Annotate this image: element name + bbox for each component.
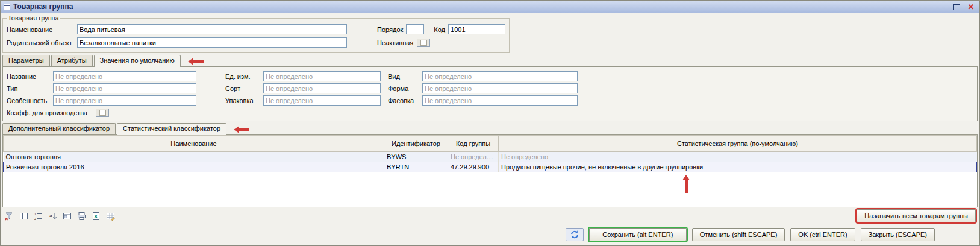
ed-izm-input[interactable] — [263, 71, 381, 81]
code-input[interactable] — [448, 24, 505, 34]
ok-button[interactable]: OK (ctrl ENTER) — [790, 228, 855, 241]
grid-actions-row: 12 a X Назаначить всем товарам группы — [1, 207, 979, 224]
cell-name[interactable]: Оптовая торговля — [4, 152, 384, 162]
name-row: Наименование Порядок Код — [7, 24, 505, 35]
column-setup-icon[interactable] — [19, 211, 29, 221]
vid-input[interactable] — [422, 71, 578, 81]
window-title: Товарная группа — [13, 2, 952, 11]
defaults-row: Название Ед. изм. Вид — [7, 71, 973, 82]
tab-statistical-classifier[interactable]: Статистический классификатор — [117, 123, 226, 135]
cell-identifier[interactable]: BYWS — [384, 152, 448, 162]
cell-stat-group[interactable]: Не определено — [499, 152, 977, 162]
ed-izm-label: Ед. изм. — [225, 73, 260, 80]
forma-input[interactable] — [422, 83, 578, 93]
nazvanie-label: Название — [7, 73, 50, 80]
tab-parameters[interactable]: Параметры — [2, 55, 50, 66]
export-excel-icon[interactable]: X — [91, 211, 101, 221]
name-label: Наименование — [7, 26, 74, 33]
maximize-icon — [953, 4, 960, 10]
refresh-icon — [570, 230, 579, 239]
nazvanie-input[interactable] — [53, 71, 196, 81]
parent-row: Родительский объект Неактивная — [7, 37, 505, 48]
cell-group-code[interactable]: 47.29.29.900 — [448, 162, 499, 172]
vid-label: Вид — [388, 73, 419, 80]
tip-input[interactable] — [53, 83, 196, 93]
assign-all-button[interactable]: Назаначить всем товарам группы — [857, 209, 976, 222]
tab-attributes[interactable]: Атрибуты — [51, 55, 93, 66]
fasovka-input[interactable] — [422, 95, 578, 106]
sort-icon[interactable]: a — [48, 211, 58, 221]
column-header-identifier[interactable]: Идентификатор — [384, 136, 448, 152]
defaults-row: Особенность Упаковка Фасовка — [7, 95, 973, 106]
annotation-arrow-selected-row-icon — [682, 175, 690, 193]
tip-label: Тип — [7, 85, 50, 92]
classifier-table: Наименование Идентификатор Код группы Ст… — [3, 135, 977, 172]
osobennost-input[interactable] — [53, 95, 196, 106]
close-icon: ✕ — [968, 3, 975, 11]
upakovka-label: Упаковка — [225, 97, 260, 104]
save-button[interactable]: Сохранить (alt ENTER) — [589, 228, 687, 241]
window-icon — [3, 3, 11, 11]
annotation-arrow-classifier-tab-icon — [234, 126, 249, 133]
fieldset-legend: Товарная группа — [7, 14, 60, 22]
name-input[interactable] — [77, 24, 347, 34]
close-window-button[interactable]: Закрыть (ESCAPE) — [861, 228, 935, 241]
cell-identifier[interactable]: BYRTN — [384, 162, 448, 172]
print-icon[interactable] — [76, 211, 87, 221]
grid-settings-icon[interactable] — [105, 211, 116, 221]
product-group-window: Товарная группа ✕ Товарная группа Наимен… — [0, 0, 980, 246]
order-label: Порядок — [377, 26, 403, 33]
footer-buttons: Сохранить (alt ENTER) Отменить (shift ES… — [1, 224, 979, 245]
close-button[interactable]: ✕ — [966, 2, 976, 11]
svg-text:a: a — [49, 213, 52, 218]
table-row-selected[interactable]: Розничная торговля 2016 BYRTN 47.29.29.9… — [4, 162, 977, 172]
inactive-checkbox[interactable] — [417, 39, 430, 47]
table-header-row: Наименование Идентификатор Код группы Ст… — [4, 136, 977, 152]
titlebar: Товарная группа ✕ — [1, 1, 979, 13]
upakovka-input[interactable] — [263, 95, 381, 106]
sort-input[interactable] — [263, 83, 381, 93]
code-label: Код — [434, 26, 445, 33]
default-values-panel: Название Ед. изм. Вид Тип Сорт Форма Осо… — [2, 66, 978, 121]
checkbox-box — [420, 40, 427, 46]
svg-text:X: X — [94, 213, 98, 219]
product-group-fieldset: Товарная группа Наименование Порядок Код… — [2, 14, 510, 53]
cell-name[interactable]: Розничная торговля 2016 — [4, 162, 384, 172]
tab-additional-classifier[interactable]: Дополнительный классификатор — [2, 123, 116, 134]
coeff-label: Коэфф. для производства — [7, 109, 92, 116]
column-header-stat-group[interactable]: Статистическая группа (по-умолчанию) — [499, 136, 977, 152]
cell-stat-group[interactable]: Продукты пищевые прочие, не включенные в… — [499, 162, 977, 172]
fasovka-label: Фасовка — [388, 97, 419, 104]
sort-label: Сорт — [225, 85, 260, 92]
forma-label: Форма — [388, 85, 419, 92]
refresh-button[interactable] — [566, 228, 584, 241]
grid-toolbar: 12 a X — [4, 211, 116, 221]
parent-input[interactable] — [77, 37, 347, 48]
classifier-table-area: Наименование Идентификатор Код группы Ст… — [2, 134, 978, 207]
inactive-label: Неактивная — [377, 39, 413, 46]
numbered-list-icon[interactable]: 12 — [33, 211, 43, 221]
column-header-group-code[interactable]: Код группы — [448, 136, 499, 152]
maximize-button[interactable] — [952, 2, 961, 11]
order-input[interactable] — [406, 24, 424, 34]
classifier-tabs: Дополнительный классификатор Статистичес… — [2, 123, 979, 134]
form-view-icon[interactable] — [62, 211, 72, 221]
main-tabs: Параметры Атрибуты Значения по умолчанию — [2, 55, 979, 66]
cell-group-code[interactable]: Не определ… — [448, 152, 499, 162]
annotation-arrow-defaults-tab-icon — [188, 58, 204, 65]
parent-label: Родительский объект — [7, 39, 74, 46]
tab-default-values[interactable]: Значения по умолчанию — [94, 55, 181, 67]
column-header-name[interactable]: Наименование — [4, 136, 384, 152]
coeff-checkbox[interactable] — [96, 109, 109, 117]
osobennost-label: Особенность — [7, 97, 50, 104]
defaults-row: Тип Сорт Форма — [7, 83, 973, 94]
svg-text:2: 2 — [34, 216, 36, 220]
coeff-row: Коэфф. для производства — [7, 107, 973, 118]
svg-text:1: 1 — [34, 212, 36, 215]
table-row[interactable]: Оптовая торговля BYWS Не определ… Не опр… — [4, 152, 977, 162]
cancel-button[interactable]: Отменить (shift ESCAPE) — [692, 228, 785, 241]
filter-icon[interactable] — [4, 211, 14, 221]
window-controls: ✕ — [952, 2, 977, 11]
checkbox-box — [99, 110, 106, 116]
